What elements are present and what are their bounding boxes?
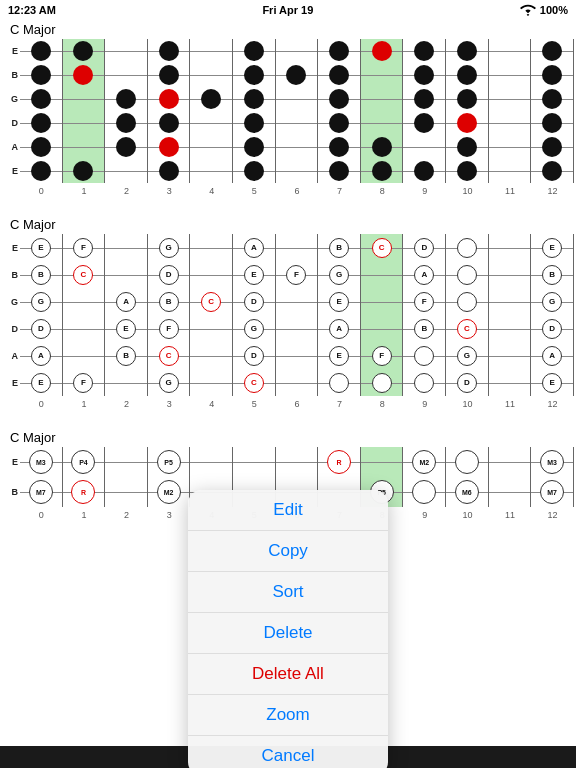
context-menu-overlay: EditCopySortDeleteDelete AllZoomCancel [0, 0, 576, 768]
menu-item-cancel[interactable]: Cancel [188, 736, 388, 768]
menu-item-sort[interactable]: Sort [188, 572, 388, 613]
menu-item-copy[interactable]: Copy [188, 531, 388, 572]
menu-item-delete-all[interactable]: Delete All [188, 654, 388, 695]
context-menu: EditCopySortDeleteDelete AllZoomCancel [188, 490, 388, 768]
menu-item-zoom[interactable]: Zoom [188, 695, 388, 736]
menu-item-delete[interactable]: Delete [188, 613, 388, 654]
menu-item-edit[interactable]: Edit [188, 490, 388, 531]
